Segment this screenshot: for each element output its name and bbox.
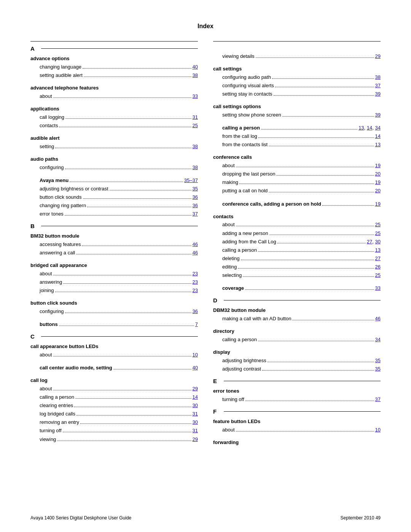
- page-reference[interactable]: 31: [193, 410, 198, 418]
- page-reference[interactable]: 25: [375, 229, 381, 238]
- index-subterm: editing26: [213, 263, 381, 271]
- page-reference[interactable]: 23: [193, 278, 198, 286]
- page-reference[interactable]: 29: [375, 52, 381, 61]
- index-subterm: answering a call46: [30, 249, 198, 257]
- dot-leader: [83, 68, 191, 69]
- page-reference[interactable]: 33: [193, 92, 198, 101]
- dot-leader: [245, 289, 374, 290]
- page-title: Index: [30, 23, 381, 30]
- page-reference[interactable]: 19: [375, 200, 381, 208]
- page-reference[interactable]: 38: [193, 163, 198, 172]
- dot-leader: [110, 190, 191, 190]
- page-reference[interactable]: 26: [375, 263, 381, 271]
- page-reference[interactable]: 29: [193, 385, 198, 393]
- page-reference[interactable]: 36: [193, 201, 198, 210]
- page-reference[interactable]: 13: [375, 141, 381, 149]
- subterm-text: configuring: [40, 307, 64, 316]
- dot-leader: [245, 401, 374, 401]
- page-reference[interactable]: 33: [375, 284, 381, 292]
- subterm-text: about: [222, 220, 235, 229]
- page-reference[interactable]: 31: [193, 427, 198, 435]
- index-subterm: log bridged calls31: [30, 410, 198, 418]
- page-reference[interactable]: 46: [193, 240, 198, 249]
- page-reference[interactable]: 23: [193, 270, 198, 278]
- index-term: Avaya menu: [40, 177, 68, 185]
- index-subterm: setting show phone screen39: [213, 111, 381, 119]
- page-reference[interactable]: 35: [375, 365, 381, 373]
- dot-leader: [292, 320, 374, 320]
- index-subterm: about25: [213, 220, 381, 229]
- section-divider: [41, 48, 198, 49]
- page-reference[interactable]: 25: [375, 271, 381, 280]
- page-reference[interactable]: 46: [193, 249, 198, 257]
- page-reference[interactable]: 10: [375, 426, 381, 434]
- dot-leader: [258, 341, 374, 341]
- index-subterm: adjusting brightness35: [213, 356, 381, 365]
- page-reference[interactable]: 38: [375, 73, 381, 81]
- dot-leader: [76, 415, 191, 415]
- page-reference[interactable]: 25: [375, 220, 381, 229]
- left-column: Aadvance optionschanging language40setti…: [30, 41, 198, 451]
- dot-leader: [269, 146, 374, 146]
- index-group: viewing details29: [213, 52, 381, 61]
- page-reference[interactable]: 38: [193, 71, 198, 80]
- page-reference[interactable]: 19: [375, 178, 381, 187]
- dot-leader: [239, 184, 374, 184]
- page-reference[interactable]: 20: [375, 170, 381, 178]
- index-subterm: viewing details29: [213, 52, 381, 61]
- page-reference[interactable]: 37: [375, 81, 381, 90]
- subterm-text: configuring audio path: [222, 73, 271, 81]
- index-subterm: turning off37: [213, 395, 381, 404]
- page-reference[interactable]: 36: [193, 193, 198, 201]
- page-reference[interactable]: 40: [193, 63, 198, 71]
- page-reference[interactable]: 14: [193, 393, 198, 401]
- page-reference[interactable]: 35: [375, 356, 381, 365]
- index-subterm: selecting25: [213, 271, 381, 280]
- page-reference[interactable]: 40: [193, 364, 198, 372]
- index-subterm: about33: [30, 92, 198, 101]
- section-letter: E: [213, 378, 221, 384]
- page-reference[interactable]: 30: [193, 401, 198, 410]
- page-reference[interactable]: 36: [193, 307, 198, 316]
- index-term: audible alert: [30, 134, 198, 142]
- footer: Avaya 1400 Series Digital Deskphone User…: [30, 515, 381, 521]
- page-reference[interactable]: 20: [375, 187, 381, 195]
- dot-leader: [258, 137, 374, 138]
- index-group: call settingsconfiguring audio path38con…: [213, 65, 381, 98]
- subterm-text: about: [40, 351, 52, 359]
- page-reference[interactable]: 25: [193, 121, 198, 130]
- page-reference[interactable]: 29: [193, 435, 198, 444]
- page-reference[interactable]: 46: [375, 315, 381, 323]
- page-reference[interactable]: 34: [375, 335, 381, 344]
- page-reference[interactable]: 39: [375, 111, 381, 119]
- subterm-text: accessing features: [40, 240, 81, 249]
- page-reference[interactable]: 19: [375, 161, 381, 170]
- page-reference[interactable]: 31: [193, 113, 198, 121]
- index-term-line: coverage33: [213, 284, 381, 292]
- dot-leader: [243, 276, 374, 277]
- subterm-text: adjusting brightness or contrast: [40, 185, 108, 193]
- index-subterm: making19: [213, 178, 381, 187]
- page-reference[interactable]: 37: [375, 395, 381, 404]
- page-reference[interactable]: 27: [375, 254, 381, 263]
- page-reference[interactable]: 38: [193, 142, 198, 151]
- page-reference[interactable]: 14: [375, 132, 381, 141]
- page-reference[interactable]: 23: [193, 286, 198, 295]
- dot-leader: [274, 95, 374, 96]
- index-term: call settings options: [213, 103, 381, 111]
- page-reference[interactable]: 35: [193, 185, 198, 193]
- page-reference[interactable]: 35–37: [184, 176, 198, 185]
- page-reference[interactable]: 7: [195, 320, 198, 329]
- page-reference[interactable]: 39: [375, 90, 381, 98]
- dot-leader: [53, 275, 191, 275]
- index-term-line: Avaya menu35–37: [30, 176, 198, 185]
- page-reference[interactable]: 30: [193, 418, 198, 427]
- index-term: buttons: [40, 321, 58, 329]
- subterm-text: making a call with an AD button: [222, 315, 291, 323]
- page-reference[interactable]: 13: [375, 246, 381, 254]
- index-group: Avaya menu35–37adjusting brightness or c…: [30, 176, 198, 218]
- page-reference[interactable]: 10: [193, 351, 198, 359]
- dot-leader: [84, 77, 191, 77]
- page-reference[interactable]: 37: [193, 210, 198, 218]
- subterm-text: calling a person: [222, 335, 257, 344]
